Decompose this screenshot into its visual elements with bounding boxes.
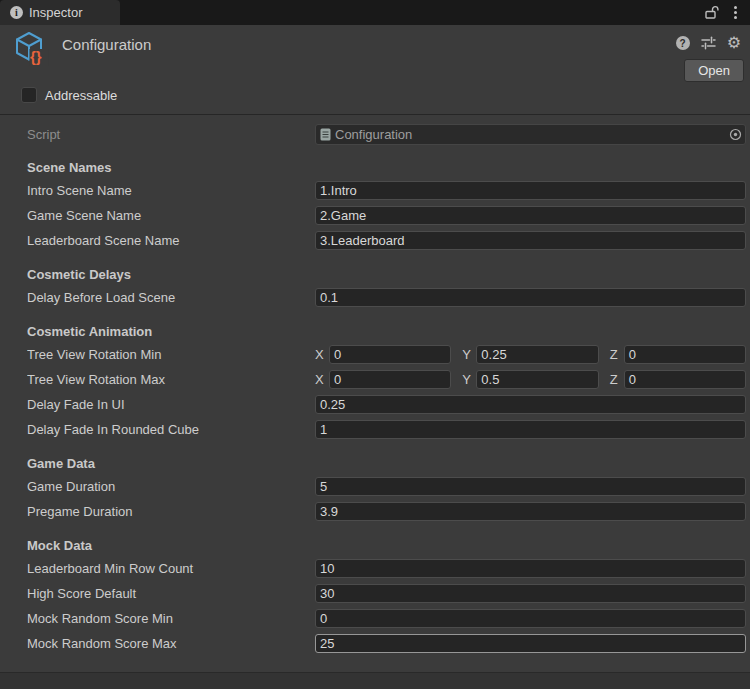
open-button[interactable]: Open bbox=[684, 59, 744, 82]
vector3-field: X0Y0.25Z0 bbox=[315, 345, 746, 364]
property-row: Pregame Duration3.9 bbox=[0, 499, 750, 524]
property-row: Game Duration5 bbox=[0, 474, 750, 499]
vector-component: Z0 bbox=[610, 370, 746, 389]
tab-bar-actions bbox=[704, 0, 750, 25]
text-field[interactable]: 25 bbox=[315, 634, 746, 653]
property-label: Mock Random Score Max bbox=[27, 636, 315, 651]
property-row: High Score Default30 bbox=[0, 581, 750, 606]
text-field[interactable]: 1.Intro bbox=[315, 181, 746, 200]
script-row: Script Configuration bbox=[0, 122, 750, 146]
number-field[interactable]: 0 bbox=[329, 370, 451, 389]
axis-label: X bbox=[315, 372, 324, 387]
axis-label: Z bbox=[610, 372, 619, 387]
property-row: Tree View Rotation MaxX0Y0.5Z0 bbox=[0, 367, 750, 392]
text-field[interactable]: 3.9 bbox=[315, 502, 746, 521]
inspector-section: Mock DataLeaderboard Min Row Count10High… bbox=[0, 535, 750, 656]
footer-strip bbox=[0, 672, 750, 689]
text-field[interactable]: 1 bbox=[315, 420, 746, 439]
property-label: Mock Random Score Min bbox=[27, 611, 315, 626]
text-field[interactable]: 0.25 bbox=[315, 395, 746, 414]
text-field[interactable]: 0 bbox=[315, 609, 746, 628]
property-label: Game Duration bbox=[27, 479, 315, 494]
inspector-window: i Inspector {} bbox=[0, 0, 750, 689]
property-label: Pregame Duration bbox=[27, 504, 315, 519]
inspector-section: Game DataGame Duration5Pregame Duration3… bbox=[0, 453, 750, 524]
scriptable-object-icon: {} bbox=[13, 30, 49, 66]
script-object-field[interactable]: Configuration bbox=[315, 124, 746, 145]
vector-component: Y0.25 bbox=[462, 345, 598, 364]
help-icon[interactable]: ? bbox=[676, 36, 690, 50]
section-header: Game Data bbox=[0, 453, 750, 474]
number-field[interactable]: 0.25 bbox=[476, 345, 598, 364]
property-label: Leaderboard Scene Name bbox=[27, 233, 315, 248]
axis-label: Z bbox=[610, 347, 619, 362]
sections: Scene NamesIntro Scene Name1.IntroGame S… bbox=[0, 157, 750, 656]
text-field[interactable]: 10 bbox=[315, 559, 746, 578]
property-row: Delay Fade In Rounded Cube1 bbox=[0, 417, 750, 442]
property-row: Tree View Rotation MinX0Y0.25Z0 bbox=[0, 342, 750, 367]
tab-bar: i Inspector bbox=[0, 0, 750, 25]
property-row: Intro Scene Name1.Intro bbox=[0, 178, 750, 203]
property-row: Game Scene Name2.Game bbox=[0, 203, 750, 228]
number-field[interactable]: 0 bbox=[329, 345, 451, 364]
page-title: Configuration bbox=[62, 36, 151, 53]
script-file-icon bbox=[320, 128, 331, 141]
property-row: Delay Before Load Scene0.1 bbox=[0, 285, 750, 310]
addressable-label: Addressable bbox=[45, 88, 117, 103]
header-actions: ? ⚙ bbox=[676, 36, 741, 50]
inspector-section: Cosmetic DelaysDelay Before Load Scene0.… bbox=[0, 264, 750, 310]
property-label: Leaderboard Min Row Count bbox=[27, 561, 315, 576]
tab-label: Inspector bbox=[29, 5, 82, 20]
gear-icon[interactable]: ⚙ bbox=[727, 36, 741, 50]
svg-text:{}: {} bbox=[30, 48, 42, 65]
property-row: Mock Random Score Min0 bbox=[0, 606, 750, 631]
vector-component: Z0 bbox=[610, 345, 746, 364]
addressable-row: Addressable bbox=[21, 87, 117, 103]
unlock-icon[interactable] bbox=[704, 5, 719, 20]
property-label: Delay Before Load Scene bbox=[27, 290, 315, 305]
inspector-section: Cosmetic AnimationTree View Rotation Min… bbox=[0, 321, 750, 442]
text-field[interactable]: 0.1 bbox=[315, 288, 746, 307]
axis-label: X bbox=[315, 347, 324, 362]
property-row: Delay Fade In UI0.25 bbox=[0, 392, 750, 417]
object-picker-icon[interactable] bbox=[729, 128, 742, 141]
property-row: Leaderboard Min Row Count10 bbox=[0, 556, 750, 581]
property-label: Delay Fade In UI bbox=[27, 397, 315, 412]
section-header: Mock Data bbox=[0, 535, 750, 556]
info-icon: i bbox=[10, 6, 23, 19]
property-row: Mock Random Score Max25 bbox=[0, 631, 750, 656]
property-label: Tree View Rotation Max bbox=[27, 372, 315, 387]
section-header: Scene Names bbox=[0, 157, 750, 178]
number-field[interactable]: 0.5 bbox=[476, 370, 598, 389]
axis-label: Y bbox=[462, 372, 471, 387]
number-field[interactable]: 0 bbox=[624, 370, 746, 389]
vector-component: X0 bbox=[315, 370, 451, 389]
text-field[interactable]: 3.Leaderboard bbox=[315, 231, 746, 250]
vector3-field: X0Y0.5Z0 bbox=[315, 370, 746, 389]
script-label: Script bbox=[27, 127, 315, 142]
vector-component: Y0.5 bbox=[462, 370, 598, 389]
vector-component: X0 bbox=[315, 345, 451, 364]
property-row: Leaderboard Scene Name3.Leaderboard bbox=[0, 228, 750, 253]
property-label: Delay Fade In Rounded Cube bbox=[27, 422, 315, 437]
text-field[interactable]: 2.Game bbox=[315, 206, 746, 225]
inspector-header: {} Configuration ? ⚙ Open Addressable bbox=[0, 25, 750, 115]
presets-icon[interactable] bbox=[701, 36, 716, 50]
section-header: Cosmetic Animation bbox=[0, 321, 750, 342]
text-field[interactable]: 30 bbox=[315, 584, 746, 603]
text-field[interactable]: 5 bbox=[315, 477, 746, 496]
property-label: Tree View Rotation Min bbox=[27, 347, 315, 362]
property-label: Game Scene Name bbox=[27, 208, 315, 223]
property-label: Intro Scene Name bbox=[27, 183, 315, 198]
kebab-menu-icon[interactable] bbox=[734, 6, 737, 19]
inspector-section: Scene NamesIntro Scene Name1.IntroGame S… bbox=[0, 157, 750, 253]
addressable-checkbox[interactable] bbox=[21, 87, 37, 103]
property-label: High Score Default bbox=[27, 586, 315, 601]
number-field[interactable]: 0 bbox=[624, 345, 746, 364]
script-object-name: Configuration bbox=[335, 127, 412, 142]
axis-label: Y bbox=[462, 347, 471, 362]
section-header: Cosmetic Delays bbox=[0, 264, 750, 285]
tab-inspector[interactable]: i Inspector bbox=[0, 0, 120, 25]
